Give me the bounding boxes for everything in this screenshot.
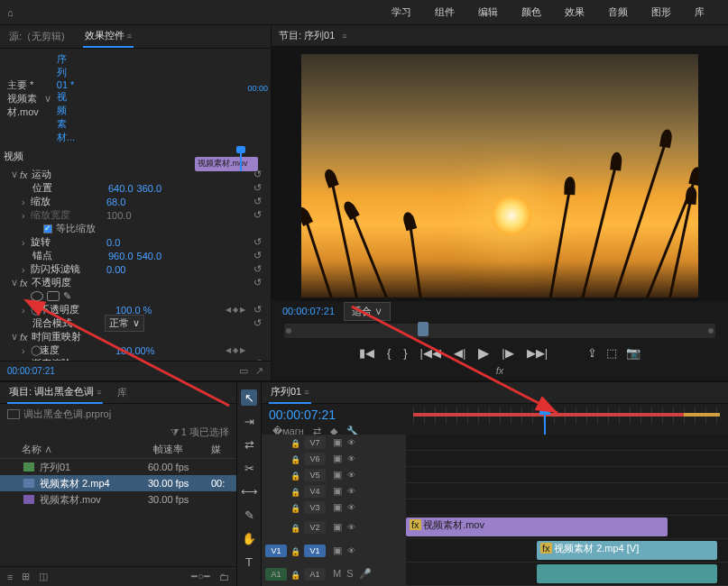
go-in-button[interactable]: |◀◀ <box>420 346 441 360</box>
track-v2[interactable]: V2 <box>304 521 326 534</box>
voice-icon[interactable]: 🎤 <box>359 568 372 580</box>
ripple-tool[interactable]: ⇄ <box>241 436 257 453</box>
zoom-icon[interactable]: ▭ <box>239 365 248 377</box>
scrub-handle[interactable] <box>418 322 429 336</box>
home-icon[interactable]: ⌂ <box>7 7 14 18</box>
list-view-icon[interactable]: ≡ <box>7 572 13 582</box>
col-media[interactable]: 媒 <box>211 443 229 456</box>
lock-icon[interactable] <box>290 486 300 497</box>
libraries-tab[interactable]: 库 <box>115 382 129 403</box>
track-v7[interactable]: V7 <box>304 436 326 449</box>
step-fwd-button[interactable]: |▶ <box>502 346 513 360</box>
new-bin-icon[interactable]: 🗀 <box>219 572 229 582</box>
solo-icon[interactable]: S <box>346 568 353 580</box>
selection-tool[interactable]: ↖ <box>241 389 257 406</box>
reset-icon[interactable]: ↺ <box>253 236 262 248</box>
track-v6[interactable]: V6 <box>304 453 326 465</box>
dissolve-label[interactable]: 渐变擦除 <box>32 357 104 361</box>
timeline-timecode[interactable]: 00:00:07:21 <box>269 407 413 422</box>
reset-icon[interactable]: ↺ <box>253 317 262 329</box>
project-item[interactable]: 序列0160.00 fps <box>0 459 236 475</box>
hand-tool[interactable]: ✋ <box>241 530 257 546</box>
reset-icon[interactable]: ↺ <box>253 263 262 275</box>
eye-icon[interactable] <box>347 436 355 448</box>
eye-icon[interactable] <box>347 453 355 464</box>
mark-in-button[interactable]: ▮◀ <box>359 346 374 360</box>
lock-icon[interactable] <box>290 569 300 580</box>
export-frame-button[interactable]: 📷 <box>626 346 640 360</box>
eye-icon[interactable] <box>347 521 355 533</box>
freeform-view-icon[interactable]: ◫ <box>39 571 48 582</box>
in-point-icon[interactable] <box>286 328 291 334</box>
position-x[interactable]: 640.0 <box>108 183 134 194</box>
track-v4[interactable]: V4 <box>304 485 326 498</box>
bin-icon[interactable] <box>7 409 20 419</box>
lock-icon[interactable] <box>290 470 300 481</box>
panel-menu-icon[interactable]: ≡ <box>342 32 346 41</box>
track-v3[interactable]: V3 <box>304 501 326 514</box>
lift-button[interactable]: ⇪ <box>587 346 597 360</box>
type-tool[interactable]: T <box>241 554 257 570</box>
toggle-output-icon[interactable]: ▣ <box>333 436 342 448</box>
source-v1[interactable]: V1 <box>265 545 287 557</box>
project-item[interactable]: 视频素材 2.mp430.00 fps00: <box>0 475 236 491</box>
toggle-output-icon[interactable]: ▣ <box>333 485 342 497</box>
toggle-output-icon[interactable]: ▣ <box>333 521 342 533</box>
anchor-y[interactable]: 540.0 <box>137 251 162 261</box>
eye-icon[interactable] <box>347 469 355 481</box>
eye-icon[interactable] <box>347 545 355 556</box>
program-scrubber[interactable] <box>284 324 715 339</box>
timeline-tab[interactable]: 序列01 ≡ <box>269 381 311 404</box>
mask-rect-icon[interactable] <box>47 291 60 301</box>
mask-ellipse-icon[interactable] <box>31 291 43 301</box>
play-button[interactable]: ▶ <box>478 344 489 362</box>
timeline-clip[interactable]: fx 视频素材.mov <box>406 517 668 536</box>
program-monitor[interactable] <box>272 47 728 301</box>
uniform-checkbox[interactable] <box>43 224 52 233</box>
filter-icon[interactable]: ⧩ <box>170 426 179 437</box>
track-v1[interactable]: V1 <box>304 545 326 557</box>
fit-dropdown[interactable]: 适合 ∨ <box>344 302 391 321</box>
timeline-clip[interactable]: fx 视频素材 2.mp4 [V] <box>537 541 717 560</box>
project-item[interactable]: 视频素材.mov30.00 fps <box>0 491 236 508</box>
toggle-output-icon[interactable]: ▣ <box>333 453 342 464</box>
mark-clip-button[interactable]: } <box>403 346 407 360</box>
col-name[interactable]: 名称 ∧ <box>22 443 153 456</box>
step-back-button[interactable]: ◀| <box>454 346 465 360</box>
scale-value[interactable]: 68.0 <box>106 197 125 207</box>
timeline-audio-clip[interactable] <box>537 564 717 583</box>
reset-icon[interactable]: ↺ <box>253 182 262 194</box>
opacity-value[interactable]: 100.0 % <box>115 305 152 316</box>
menu-color[interactable]: 颜色 <box>521 5 541 19</box>
timeremap-label[interactable]: 时间重映射 <box>32 330 104 343</box>
eye-icon[interactable] <box>347 501 355 513</box>
go-out-button[interactable]: ▶▶| <box>527 346 548 360</box>
icon-view-icon[interactable]: ⊞ <box>22 571 30 582</box>
razor-tool[interactable]: ✂ <box>241 460 257 476</box>
menu-audio[interactable]: 音频 <box>608 5 628 19</box>
anchor-x[interactable]: 960.0 <box>108 251 134 261</box>
reset-icon[interactable]: ↺ <box>253 209 262 221</box>
slip-tool[interactable]: ⟷ <box>241 483 257 499</box>
zoom-slider[interactable]: ━○━ <box>191 571 210 582</box>
flicker-value[interactable]: 0.00 <box>106 264 125 275</box>
track-a1[interactable]: A1 <box>304 568 326 581</box>
toggle-output-icon[interactable]: ▣ <box>333 501 342 513</box>
track-v5[interactable]: V5 <box>304 469 326 481</box>
mark-out-button[interactable]: { <box>387 346 391 360</box>
pen-icon[interactable]: ✎ <box>63 290 71 302</box>
menu-assembly[interactable]: 组件 <box>435 5 455 19</box>
wrench-icon[interactable]: ↗ <box>255 365 263 377</box>
lock-icon[interactable] <box>290 522 300 533</box>
mute-icon[interactable]: M <box>333 568 341 580</box>
motion-label[interactable]: 运动 <box>32 168 104 181</box>
lock-icon[interactable] <box>290 437 300 448</box>
pen-tool[interactable]: ✎ <box>241 507 257 523</box>
reset-icon[interactable]: ↺ <box>253 250 262 261</box>
reset-icon[interactable]: ↺ <box>253 277 262 288</box>
effect-timecode[interactable]: 00:00:07:21 <box>7 366 55 376</box>
menu-effects[interactable]: 效果 <box>565 5 585 19</box>
track-select-tool[interactable]: ⇥ <box>241 413 257 429</box>
col-fps[interactable]: 帧速率 <box>153 443 211 456</box>
menu-libraries[interactable]: 库 <box>695 5 705 19</box>
